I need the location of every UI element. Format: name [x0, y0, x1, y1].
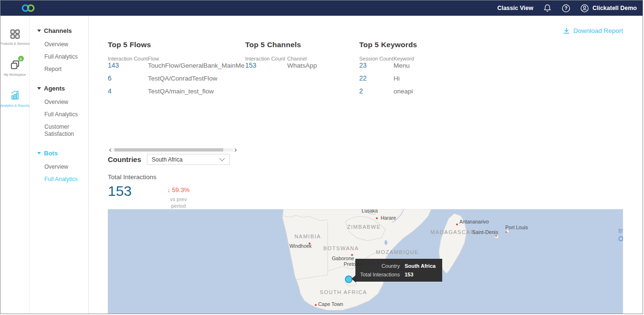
workspace-icon: [10, 60, 21, 71]
city-label: Gaborone: [332, 255, 354, 261]
city-label: Port Louis: [505, 224, 528, 230]
change-note-line1: vs prev: [165, 196, 192, 203]
table-row: 2 oneapi: [359, 87, 417, 100]
tooltip-label: Total Interactions: [360, 272, 400, 277]
rail-item-analytics-reports[interactable]: Analytics & Reports: [0, 89, 29, 107]
top5-keywords-table: Top 5 Keywords Session Count Keyword 23 …: [359, 41, 417, 100]
nav-group-bots: Bots Overview Full Analytics: [37, 150, 85, 183]
city-label: Lusaka: [362, 209, 378, 213]
city-label: Harare: [381, 215, 396, 221]
top5-channels-table: Top 5 Channels Interaction Count Channel…: [245, 41, 359, 100]
grid-icon: [10, 29, 21, 40]
tooltip-pointer: [352, 275, 356, 283]
city-label: Cape Town: [318, 301, 343, 307]
account-name: Clickatell Demo: [592, 5, 637, 11]
country-label: BOTSWANA: [323, 245, 359, 251]
change-percent: ↓ 59.3%: [165, 186, 192, 193]
table-row: 23 Menu: [359, 61, 417, 74]
total-interactions-card: Total Interactions 153 ↓ 59.3% vs prev p…: [108, 173, 192, 210]
column-header: Session Count: [359, 56, 394, 61]
top5-flows-table: Top 5 Flows Interaction Count Flow 143 T…: [108, 41, 245, 100]
map-data-bubble[interactable]: [345, 276, 352, 283]
country-label: SOUTH AFRICA: [320, 289, 367, 295]
city-label: Antananarivo: [459, 219, 489, 224]
bar-chart-icon: [9, 90, 21, 102]
sidenav-item-agents-customer-satisfaction[interactable]: Customer Satisfaction: [44, 123, 85, 138]
download-report-button[interactable]: Download Report: [563, 27, 623, 34]
country-label: MOZAMBIQUE: [376, 249, 419, 255]
rail-item-my-workspace[interactable]: 1 My Workspace: [0, 58, 29, 76]
country-label: ZIMBABWE: [347, 224, 381, 230]
sidenav-item-agents-full-analytics[interactable]: Full Analytics: [44, 111, 85, 119]
top-bar: Classic View ? Clickatell D: [0, 0, 643, 16]
sidenav-item-channels-full-analytics[interactable]: Full Analytics: [44, 53, 85, 61]
user-avatar-icon: [580, 4, 589, 13]
table-title: Top 5 Keywords: [359, 41, 417, 49]
caret-down-icon: [37, 30, 41, 32]
app-window: Classic View ? Clickatell D: [0, 0, 643, 314]
column-header: Channel: [287, 56, 307, 61]
analytics-sidenav: Channels Overview Full Analytics Report …: [30, 16, 89, 314]
scrollbar-thumb[interactable]: [114, 148, 223, 152]
workspace-badge: 1: [18, 56, 24, 61]
sidenav-item-bots-overview[interactable]: Overview: [44, 163, 85, 171]
scroll-left-icon[interactable]: [108, 148, 113, 152]
table-row: 153 WhatsApp: [245, 61, 359, 74]
country-select-value: South Africa: [152, 156, 183, 163]
nav-group-header-agents[interactable]: Agents: [37, 85, 85, 92]
top5-tables: Top 5 Flows Interaction Count Flow 143 T…: [108, 41, 417, 100]
country-select[interactable]: South Africa: [147, 154, 230, 165]
main-content: Download Report Top 5 Flows Interaction …: [89, 16, 643, 314]
city-label: Windhoek: [290, 243, 312, 249]
account-menu[interactable]: Clickatell Demo: [580, 4, 637, 13]
total-interactions-label: Total Interactions: [108, 173, 192, 181]
ocean-label: Ocean: [618, 235, 623, 243]
table-title: Top 5 Flows: [108, 41, 245, 49]
table-title: Top 5 Channels: [245, 41, 359, 49]
country-label: NAMIBIA: [294, 234, 321, 239]
sidenav-item-channels-overview[interactable]: Overview: [44, 41, 85, 49]
column-header: Keyword: [394, 56, 414, 61]
table-row: 22 Hi: [359, 74, 417, 87]
icon-rail: Products & Services 1 My Workspace: [0, 16, 30, 314]
map-tooltip: Country South Africa Total Interactions …: [355, 259, 442, 282]
table-row: 143 TouchFlow/GeneralBank_MainMenu: [108, 61, 245, 74]
svg-text:?: ?: [564, 6, 567, 11]
country-label: MADAGASCAR: [430, 229, 475, 235]
nav-group-header-bots[interactable]: Bots: [37, 150, 85, 157]
scrollbar-track[interactable]: [113, 148, 233, 152]
tooltip-label: Country: [360, 263, 400, 269]
clickatell-logo-icon[interactable]: [21, 3, 36, 13]
map-lake: [384, 240, 387, 245]
download-icon: [563, 27, 570, 34]
column-header: Interaction Count: [245, 56, 287, 61]
tooltip-value: 153: [405, 272, 436, 277]
chevron-down-icon: [219, 158, 225, 162]
help-icon[interactable]: ?: [561, 4, 571, 13]
countries-map[interactable]: NAMIBIA BOTSWANA ZIMBABWE MOZAMBIQUE SOU…: [108, 209, 623, 314]
caret-down-icon: [37, 152, 41, 154]
classic-view-button[interactable]: Classic View: [497, 5, 533, 11]
ocean-label: Indian: [618, 227, 623, 234]
countries-label: Countries: [108, 155, 147, 163]
sidenav-item-channels-report[interactable]: Report: [44, 65, 85, 73]
horizontal-scrollbar[interactable]: [108, 148, 238, 152]
change-indicator: ↓ 59.3% vs prev period: [165, 183, 192, 210]
column-header: Interaction Count: [108, 56, 148, 61]
column-header: Flow: [148, 56, 159, 61]
rail-item-products-services[interactable]: Products & Services: [0, 27, 29, 45]
change-note-line2: period: [165, 203, 192, 209]
nav-group-header-channels[interactable]: Channels: [37, 27, 85, 34]
countries-row: Countries South Africa: [108, 154, 230, 165]
nav-group-agents: Agents Overview Full Analytics Customer …: [37, 85, 85, 138]
tooltip-value: South Africa: [405, 263, 436, 269]
total-interactions-value: 153: [108, 183, 165, 210]
table-row: 4 TestQA/main_test_flow: [108, 87, 245, 100]
scroll-right-icon[interactable]: [233, 148, 238, 152]
city-label: Saint-Denis: [472, 229, 498, 235]
caret-down-icon: [37, 87, 41, 90]
sidenav-item-bots-full-analytics[interactable]: Full Analytics: [44, 175, 85, 183]
sidenav-item-agents-overview[interactable]: Overview: [44, 98, 85, 106]
nav-group-channels: Channels Overview Full Analytics Report: [37, 27, 85, 73]
notifications-bell-icon[interactable]: [543, 4, 552, 13]
